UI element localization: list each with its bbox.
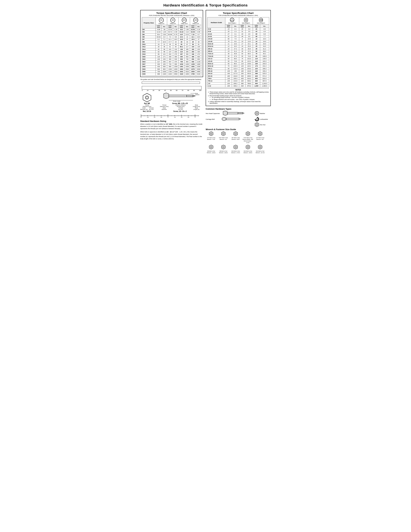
nut-svg xyxy=(141,93,153,102)
svg-text:1: 1 xyxy=(168,116,168,118)
table-row: 1-8 220 299.2 580 788.8 900 1,244.0 xyxy=(207,82,269,85)
class56-label: Class 5.6 xyxy=(156,23,167,25)
table-row: 1/4-28 76 8.6 10 13.6 14 19.0 xyxy=(207,40,269,43)
table-row: 5/16-24 12 16.3 19 25.8 29 34.0 xyxy=(207,45,269,48)
bolt-icon-1 xyxy=(220,131,227,137)
svg-marker-119 xyxy=(246,145,250,149)
class88-icon: 8.8 xyxy=(170,18,175,23)
bolt-icon-5 xyxy=(208,145,214,150)
grade8-icon xyxy=(259,18,263,22)
svg-text:1/4: 1/4 xyxy=(147,117,149,118)
svg-rect-0 xyxy=(142,82,200,84)
svg-text:3/4: 3/4 xyxy=(188,117,189,118)
svg-line-74 xyxy=(233,112,233,114)
lockwasher-label: Lockwasher xyxy=(255,117,271,121)
table-row: M8 7.7 10.5 17.7 24 25 34 29 40 xyxy=(142,41,201,43)
svg-point-84 xyxy=(222,117,226,121)
nut-label: Nut, M8 xyxy=(140,103,154,104)
c4-nm: Nm. xyxy=(196,25,201,28)
carriage-bolt-label: Carriage Bolt xyxy=(206,118,222,120)
table-row: M16 64 88 147 200 210 285 250 340 xyxy=(142,51,201,53)
svg-marker-4 xyxy=(164,93,169,99)
table-row: 9/16-18 75 102.0 120 163.2 170 231.2 xyxy=(207,65,269,67)
table-row: M27 320 435 733 995 1032 1400 1239 1680 xyxy=(142,63,201,65)
svg-line-96 xyxy=(236,118,237,120)
note-3: Unless otherwise noted on assembly drawi… xyxy=(210,101,269,104)
wrench-item: 1/2" Bolt or NutWrench—3/4" xyxy=(255,131,266,143)
table-row: 1/2-13 50 68.0 75 102.0 110 149.6 xyxy=(207,57,269,60)
svg-text:1/2: 1/2 xyxy=(154,117,155,118)
screw-svg: Body Length Body Diameter xyxy=(161,93,199,102)
table-row: M20 126 171 290 390 405 550 486 660 xyxy=(142,56,201,58)
svg-marker-113 xyxy=(209,145,213,149)
svg-text:Body: Body xyxy=(195,93,198,94)
svg-point-2 xyxy=(145,96,149,99)
left-column: Torque Specification Chart FOR STANDARD … xyxy=(140,10,203,141)
hex-nut-row: Hex Nut xyxy=(206,122,271,127)
svg-rect-80 xyxy=(238,112,243,114)
bolt-icon-4 xyxy=(257,131,263,137)
common-hw-title: Common Hardware Types xyxy=(206,108,271,110)
wrench-item: M14 Bolt or NutWrench—22 mm xyxy=(255,145,266,154)
table-row: 9/16-12 65 88.4 110 149.6 150 204.0 xyxy=(207,62,269,65)
hex-nut-label: Hex Nut xyxy=(255,122,271,127)
svg-line-92 xyxy=(232,118,233,120)
svg-marker-81 xyxy=(243,112,244,114)
table-row: M7 5.2 7.1 12.1 16.5 16.9 23 19.9 27 xyxy=(142,38,201,41)
common-hw-section: Common Hardware Types Hex Head Capscrew xyxy=(206,108,271,127)
svg-text:1/2: 1/2 xyxy=(181,117,182,118)
svg-line-77 xyxy=(235,112,236,114)
table-row: 7/8-9 140 190.4 400 544.0 600 816.0 xyxy=(207,77,269,80)
c1-nm: Nm. xyxy=(162,25,167,28)
bolt-icon-6 xyxy=(220,145,227,150)
g5-nm: Nm. xyxy=(246,25,253,28)
svg-marker-101 xyxy=(255,123,259,127)
nut-size-label: Nut, 1/2-16 xyxy=(140,110,154,112)
bolt-icon-9 xyxy=(257,145,263,150)
svg-marker-117 xyxy=(234,145,238,149)
table-row: 5/8-11 90 122.4 150 204.0 220 299.2 xyxy=(207,67,269,70)
notes-section: NOTES These torque values are to be used… xyxy=(207,88,269,104)
hex-capscrew-label: Hex Head Capscrew xyxy=(206,113,222,114)
bolt-icon-7 xyxy=(233,145,239,150)
page-title: Hardware Identification & Torque Specifi… xyxy=(140,3,271,7)
svg-line-14 xyxy=(178,95,178,97)
standard-torque-table: Hardware Grade NoMarks SAE Grade 2 xyxy=(207,17,269,87)
note-2: Recommended seating torque values for lo… xyxy=(210,95,269,100)
wrench-item: 5/16" Bolt or NutWrench—1/2" xyxy=(218,131,229,143)
svg-marker-67 xyxy=(223,111,227,115)
metric-torque-chart: Torque Specification Chart FOR STANDARD … xyxy=(140,10,203,77)
table-row: M5 26.4 2.50 60.96 5.75 5.97 8.10 7.15 9… xyxy=(142,33,201,36)
svg-line-69 xyxy=(228,112,228,114)
svg-line-6 xyxy=(169,95,169,97)
ruler-svg: // ticks drawn inline xyxy=(140,81,201,86)
svg-line-17 xyxy=(181,95,182,97)
svg-text:0: 0 xyxy=(141,116,141,118)
svg-point-82 xyxy=(255,111,259,115)
class109-header: 10.9 Class 10.9 xyxy=(178,17,190,25)
note-2-subitems: for prevailing torque locknuts - use 65%… xyxy=(210,96,269,100)
svg-marker-1 xyxy=(143,93,151,102)
class88-header: 8.8 Class 8.8 xyxy=(167,17,178,25)
g2-nm: Nm. xyxy=(232,25,239,28)
c3-nm: Nm. xyxy=(185,25,190,28)
screw-label: Screw, M8- 1.25 x 25 xyxy=(157,103,203,104)
screw-size-label: Screw, 1/2- 16 x 2 xyxy=(157,110,203,112)
bolt-icon-3 xyxy=(245,131,251,137)
c3-inlbs: in/lbsft/lbs xyxy=(178,25,184,28)
screw-diagram: Body Length Body Diameter Screw, M8- 1.2… xyxy=(157,93,203,112)
washer-svg xyxy=(255,111,259,116)
metric-torque-table: Property Class 5.6 Class 5.6 8.8 Class 8… xyxy=(142,17,201,76)
grade2-header: NoMarks SAE Grade 2 xyxy=(225,17,239,25)
class109-label: Class 10.9 xyxy=(179,23,189,25)
svg-line-13 xyxy=(177,95,177,97)
wrench-section: Wrench & Fastener Size Guide 1/4" Bolt o… xyxy=(206,128,271,154)
svg-marker-107 xyxy=(234,132,238,136)
svg-line-20 xyxy=(185,95,185,97)
svg-line-89 xyxy=(229,118,230,120)
svg-line-91 xyxy=(231,118,232,120)
grade2-icon: NoMarks xyxy=(230,18,234,22)
svg-text:3/4: 3/4 xyxy=(160,117,162,118)
carriage-bolt-svg xyxy=(222,116,248,121)
table-row: M33 590 800 1349 1830 1902 2580 2278 309… xyxy=(142,68,201,70)
